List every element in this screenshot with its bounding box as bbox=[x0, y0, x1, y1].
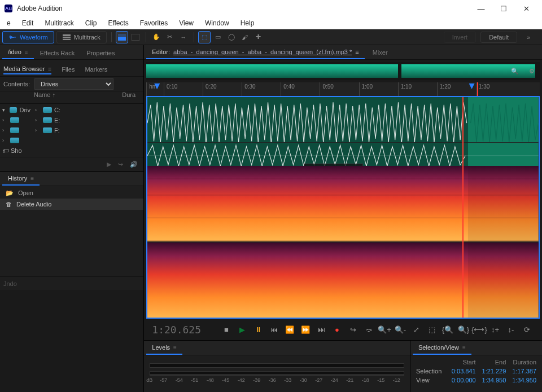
brush-tool[interactable]: 🖌 bbox=[239, 31, 251, 43]
overview-waveform[interactable]: 🔍 ⚙ bbox=[146, 62, 540, 80]
view-end[interactable]: 1:34.950 bbox=[477, 376, 508, 385]
level-scale: dB-57-54-51-48-45-42-39-36-33-30-27-24-2… bbox=[150, 377, 404, 389]
drive-f[interactable]: ›F: bbox=[33, 125, 143, 135]
drive-c[interactable]: ›C: bbox=[33, 105, 143, 115]
workspace-more-icon[interactable]: » bbox=[522, 31, 535, 43]
drive-icon bbox=[43, 107, 52, 113]
playhead-line[interactable] bbox=[462, 97, 464, 318]
skip-selection-button[interactable]: ⤼ bbox=[361, 322, 376, 337]
menu-favorites[interactable]: Favorites bbox=[136, 18, 172, 28]
playhead[interactable] bbox=[477, 82, 478, 96]
loop-preview-button[interactable]: ↪ bbox=[118, 161, 123, 168]
slip-tool[interactable]: ↔ bbox=[177, 31, 190, 43]
play-preview-button[interactable]: ▶ bbox=[107, 161, 111, 168]
tree-node[interactable]: › bbox=[0, 125, 33, 135]
spectrogram-left[interactable]: Hz 10k 8k 6k 4k 2k 1k bbox=[147, 166, 539, 241]
tab-markers[interactable]: Markers bbox=[85, 66, 107, 73]
zoom-in-point-button[interactable]: {🔍 bbox=[440, 322, 455, 337]
close-button[interactable]: ✕ bbox=[515, 1, 537, 16]
history-item-delete[interactable]: 🗑Delete Audio bbox=[0, 199, 143, 210]
view-start[interactable]: 0:00.000 bbox=[447, 376, 477, 385]
timecode-display[interactable]: 1:20.625 bbox=[152, 324, 201, 336]
mode-waveform-button[interactable]: Waveform bbox=[2, 31, 54, 43]
invert-button[interactable]: Invert bbox=[444, 32, 477, 43]
time-selection-tool[interactable]: ⬚ bbox=[198, 31, 211, 43]
tab-properties[interactable]: Properties bbox=[81, 47, 120, 59]
zoom-in-button[interactable]: 🔍+ bbox=[377, 322, 392, 337]
col-name[interactable]: Name ↑ bbox=[34, 91, 122, 103]
menu-window[interactable]: Window bbox=[200, 18, 234, 28]
zoom-out-button[interactable]: 🔍- bbox=[393, 322, 408, 337]
workspace-selector[interactable]: Default bbox=[480, 32, 517, 43]
zoom-full-button[interactable]: ⤢ bbox=[409, 322, 423, 337]
panel-menu-icon[interactable]: ≡ bbox=[355, 49, 359, 55]
zoom-selection-button[interactable]: ⬚ bbox=[425, 322, 439, 337]
loop-button[interactable]: ↪ bbox=[346, 322, 360, 337]
media-browser-panel: Media Browser≡ Files Markers Contents: D… bbox=[0, 62, 143, 171]
lasso-tool[interactable]: ◯ bbox=[225, 31, 238, 43]
col-duration[interactable]: Dura bbox=[122, 91, 142, 103]
stop-button[interactable]: ■ bbox=[219, 322, 234, 337]
zoom-amplitude-out[interactable]: ↕- bbox=[504, 322, 518, 337]
pitch-display-toggle[interactable] bbox=[129, 31, 142, 43]
menu-file[interactable]: e bbox=[2, 18, 15, 28]
drive-e[interactable]: ›E: bbox=[33, 115, 143, 125]
forward-button[interactable]: ⏩ bbox=[298, 322, 313, 337]
zoom-amplitude-in[interactable]: ↕+ bbox=[488, 322, 502, 337]
hand-tool[interactable]: ✋ bbox=[150, 31, 163, 43]
menu-edit[interactable]: Edit bbox=[18, 18, 38, 28]
rewind-start-button[interactable]: ⏮ bbox=[266, 322, 281, 337]
zoom-navigator-button[interactable]: 🔍 bbox=[509, 65, 521, 77]
zoom-out-point-button[interactable]: 🔍} bbox=[456, 322, 471, 337]
tab-selection-view[interactable]: Selection/View≡ bbox=[413, 341, 471, 355]
tab-mixer[interactable]: Mixer bbox=[367, 46, 394, 59]
rewind-button[interactable]: ⏪ bbox=[282, 322, 297, 337]
record-button[interactable]: ● bbox=[330, 322, 344, 337]
spectral-display-toggle[interactable] bbox=[116, 31, 128, 43]
timeline-ruler[interactable]: hm 0:10 0:20 0:30 0:40 0:50 1:00 1:10 1:… bbox=[146, 82, 540, 96]
spectrogram-right[interactable]: Hz 10k 8k 6k 4k 2k 1k bbox=[147, 241, 539, 318]
menu-clip[interactable]: Clip bbox=[81, 18, 102, 28]
mode-multitrack-label: Multitrack bbox=[74, 34, 100, 41]
tab-files[interactable]: Files bbox=[62, 66, 75, 73]
marquee-tool[interactable]: ▭ bbox=[212, 31, 224, 43]
contents-dropdown[interactable]: Drives bbox=[34, 78, 113, 90]
selection-start[interactable]: 0:03.841 bbox=[447, 367, 477, 376]
cut-tool[interactable]: ✂ bbox=[164, 31, 176, 43]
forward-end-button[interactable]: ⏭ bbox=[314, 322, 329, 337]
view-duration[interactable]: 1:34.950 bbox=[507, 376, 537, 385]
menu-multitrack[interactable]: Multitrack bbox=[40, 18, 78, 28]
maximize-button[interactable]: ☐ bbox=[492, 1, 515, 16]
minimize-button[interactable]: — bbox=[470, 1, 492, 16]
tree-node-drives[interactable]: ▾Driv bbox=[0, 105, 33, 115]
menu-view[interactable]: View bbox=[174, 18, 198, 28]
tree-node[interactable]: › bbox=[0, 115, 33, 125]
tab-history[interactable]: History≡ bbox=[2, 172, 40, 186]
selection-end[interactable]: 1:21.229 bbox=[477, 367, 508, 376]
headphones-icon[interactable]: 🎧 bbox=[540, 82, 542, 96]
zoom-reset-button[interactable]: ⟳ bbox=[519, 322, 534, 337]
menu-effects[interactable]: Effects bbox=[103, 18, 133, 28]
transport-bar: 1:20.625 ■ ▶ ⏸ ⏮ ⏪ ⏩ ⏭ ● ↪ ⤼ 🔍+ 🔍- ⤢ ⬚ {… bbox=[146, 319, 540, 340]
waveform-left-channel[interactable]: dB -3 -∞ -3 L bbox=[147, 97, 539, 142]
tree-node[interactable]: › bbox=[0, 135, 33, 146]
tree-node-shortcuts[interactable]: 🏷Sho bbox=[0, 146, 33, 156]
healing-tool[interactable]: ✚ bbox=[252, 31, 265, 43]
waveform-right-channel[interactable]: dB R bbox=[147, 142, 539, 166]
mode-multitrack-button[interactable]: Multitrack bbox=[56, 31, 107, 43]
zoom-toggle-button[interactable]: {⟷} bbox=[472, 322, 487, 337]
row-view-label: View bbox=[415, 376, 447, 385]
selection-duration[interactable]: 1:17.387 bbox=[507, 367, 537, 376]
tab-video[interactable]: /ideo≡ bbox=[2, 46, 34, 59]
tab-effects-rack[interactable]: Effects Rack bbox=[34, 47, 81, 59]
tab-levels[interactable]: Levels≡ bbox=[146, 341, 182, 355]
history-item-open[interactable]: 📂Open bbox=[0, 187, 143, 199]
tab-media-browser[interactable]: Media Browser≡ bbox=[3, 64, 51, 74]
tab-editor[interactable]: Editor: abba_-_dancing_queen_-_abba_-_da… bbox=[146, 46, 364, 59]
overview-options-button[interactable]: ⚙ bbox=[526, 65, 538, 77]
play-button[interactable]: ▶ bbox=[235, 322, 250, 337]
panel-menu-icon[interactable]: ≡ bbox=[25, 49, 28, 55]
autoplay-button[interactable]: 🔊 bbox=[130, 161, 138, 168]
pause-button[interactable]: ⏸ bbox=[251, 322, 265, 337]
menu-help[interactable]: Help bbox=[236, 18, 259, 28]
